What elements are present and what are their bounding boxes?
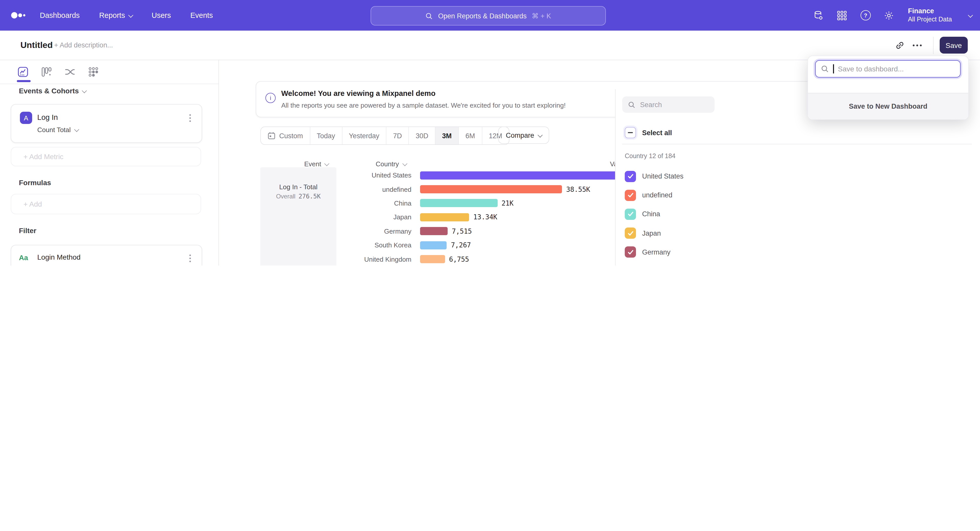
country-label: South Korea [301,241,420,249]
global-search-placeholder: Open Reports & Dashboards [438,12,527,20]
date-range-option[interactable]: Yesterday [342,127,387,144]
formulas-header: Formulas [19,179,51,187]
kebab-menu-icon[interactable] [184,252,196,264]
query-builder-sidebar: Events & Cohorts A Log In Count Total + … [0,60,219,265]
value-label: 6,755 [449,255,469,263]
country-filter-label: Japan [642,229,661,237]
date-range-option[interactable]: 6M [459,127,482,144]
country-filter-row[interactable]: United States [619,167,714,185]
search-icon [628,101,635,108]
country-label: Japan [301,214,420,221]
chevron-down-icon [128,13,133,17]
save-to-dashboard-popup: Save to dashboard... Save to New Dashboa… [808,55,969,120]
help-icon[interactable]: ? [860,10,871,21]
event-badge: A [20,112,32,124]
event-column-header[interactable]: Event [304,160,328,168]
value-label: 21K [501,200,514,207]
banner-subtitle: All the reports you see are powered by a… [281,101,566,109]
kebab-menu-icon[interactable] [184,112,196,124]
date-range-option[interactable]: 30D [409,127,436,144]
checkbox-checked-icon[interactable] [625,190,636,201]
value-bar[interactable] [420,199,497,208]
checkbox-indeterminate-icon[interactable] [625,127,636,138]
country-filter-label: China [642,211,660,218]
country-filter-row[interactable]: South Korea [619,262,714,265]
value-bar[interactable] [420,227,448,235]
nav-events[interactable]: Events [190,11,213,19]
aggregation-selector[interactable]: Count Total [37,126,78,134]
chevron-down-icon [82,88,87,93]
value-bar[interactable] [420,213,469,221]
value-bar[interactable] [420,255,445,263]
events-cohorts-header[interactable]: Events & Cohorts [19,87,86,95]
add-formula-button[interactable]: + Add [11,194,201,214]
checkbox-checked-icon[interactable] [625,247,636,258]
filter-header: Filter [19,227,36,235]
metric-card[interactable]: A Log In Count Total [11,104,202,143]
value-label: 38.55K [566,185,590,193]
metric-event-name[interactable]: Log In [37,113,58,121]
mixpanel-logo-icon[interactable] [10,10,27,21]
project-scope: All Project Data [908,16,952,24]
text-caret [833,64,834,73]
save-dashboard-placeholder: Save to dashboard... [838,65,904,73]
country-filter-row[interactable]: Germany [619,243,714,262]
date-range-option[interactable]: Custom [261,127,310,144]
checkbox-checked-icon[interactable] [625,228,636,239]
country-label: United States [301,171,420,179]
retention-tab-icon[interactable] [88,66,99,78]
country-filter-row[interactable]: undefined [619,185,714,204]
country-label: Germany [301,228,420,235]
info-icon: i [266,93,275,103]
legend-search-placeholder: Search [640,101,662,108]
date-range-option[interactable]: 3M [435,127,459,144]
compare-button[interactable]: Compare [498,127,549,144]
apps-grid-icon[interactable] [837,10,848,21]
filter-card[interactable]: Aa Login Method = Manual Password [11,245,202,265]
add-description-field[interactable]: + Add description... [54,31,113,60]
data-management-icon[interactable] [813,10,824,21]
flows-tab-icon[interactable] [64,66,76,78]
mixpanel-insights-report: Dashboards Reports Users Events Open Rep… [0,0,980,265]
add-metric-button[interactable]: + Add Metric [11,147,201,166]
divider [933,36,934,54]
keyboard-shortcut-hint: ⌘ + K [531,12,551,20]
more-options-icon[interactable] [908,36,926,54]
country-filter-row[interactable]: Japan [619,223,714,243]
nav-reports[interactable]: Reports [99,11,132,19]
search-icon [821,65,829,73]
value-bar[interactable] [420,185,562,193]
project-name: Finance [908,7,952,16]
value-label: 7,267 [451,241,471,249]
funnels-tab-icon[interactable] [41,66,52,78]
country-filter-row[interactable]: China [619,205,714,223]
report-title[interactable]: Untitled [21,31,53,60]
global-search-input[interactable]: Open Reports & Dashboards ⌘ + K [371,6,606,25]
date-range-option[interactable]: 7D [387,127,409,144]
save-button[interactable]: Save [940,37,968,54]
value-bar[interactable] [420,241,447,249]
nav-dashboards[interactable]: Dashboards [40,11,80,19]
filter-property-name[interactable]: Login Method [37,253,81,261]
copy-link-icon[interactable] [891,36,908,54]
country-filter-label: Germany [642,249,670,256]
legend-search-input[interactable]: Search [622,97,714,113]
chevron-down-icon [968,13,973,17]
country-label: China [301,200,420,207]
value-label: 13.34K [473,214,497,221]
value-label: 7,515 [452,228,472,235]
banner-title: Welcome! You are viewing a Mixpanel demo [281,89,435,97]
save-to-new-dashboard-button[interactable]: Save to New Dashboard [808,93,968,119]
select-all-row[interactable]: Select all [625,127,672,138]
project-selector[interactable]: Finance All Project Data [908,7,952,24]
nav-users[interactable]: Users [151,11,171,19]
insights-tab-icon[interactable] [18,66,29,78]
save-dashboard-search-input[interactable]: Save to dashboard... [815,60,961,78]
checkbox-checked-icon[interactable] [625,171,636,182]
country-column-header[interactable]: Country [375,160,406,168]
date-range-option[interactable]: Today [310,127,342,144]
settings-gear-icon[interactable] [883,10,895,21]
search-icon [425,12,433,20]
select-all-label: Select all [642,129,672,136]
checkbox-checked-icon[interactable] [625,209,636,220]
